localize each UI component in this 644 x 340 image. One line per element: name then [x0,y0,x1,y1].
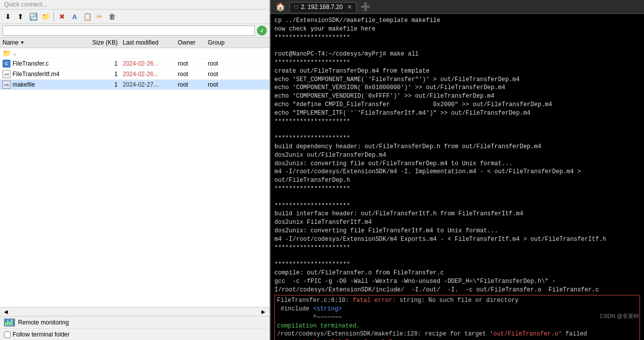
tab-close-button[interactable]: ✕ [347,4,352,11]
tab-icon: ⬡ [294,4,298,10]
path-ok-button[interactable]: ✓ [257,26,267,36]
error-text: FileTransfer.c:6:10: fatal error: string… [277,296,637,340]
follow-terminal-folder-option: Follow terminal folder [4,331,265,338]
terminal-text-output: cp ../ExtensionSDK//makefile_template ma… [274,17,640,294]
follow-terminal-folder-checkbox[interactable] [4,331,11,338]
follow-folder-bar: Follow terminal folder [0,328,269,340]
quick-connect-text: Quick connect... [4,1,47,8]
folder-icon: 📁 [3,49,11,57]
col-group-header[interactable]: Group [208,39,238,46]
file-name: mk makefile [3,81,83,89]
refresh-icon[interactable]: 🔃 [28,11,39,22]
scroll-right-arrow[interactable]: ▶ [260,309,267,314]
list-item[interactable]: C FileTransfer.c 1 2024-02-26... root ro… [0,59,269,69]
list-item[interactable]: m4 FileTransferItf.m4 1 2024-02-26... ro… [0,69,269,80]
graph-bar [11,319,13,325]
terminal-content[interactable]: cp ../ExtensionSDK//makefile_template ma… [270,14,644,340]
makefile-icon: mk [3,81,11,89]
list-item[interactable]: 📁 .. [0,48,269,59]
file-name: m4 FileTransferItf.m4 [3,70,83,78]
rename-icon[interactable]: A [69,11,80,22]
graph-bar [9,321,11,325]
horizontal-scrollbar[interactable]: ◀ ▶ [0,307,269,316]
toolbar: ⬇ ⬆ 🔃 📁 ✖ A 📋 ✏ 🗑 [0,10,269,24]
list-item[interactable]: mk makefile 1 2024-02-27... root root [0,80,269,90]
graph-bar [5,322,7,325]
address-bar: /root/codesys/myPrj/ ✓ [0,24,269,38]
error-output-box: FileTransfer.c:6:10: fatal error: string… [274,295,640,340]
delete2-icon[interactable]: 🗑 [107,11,118,22]
upload-icon[interactable]: ⬆ [15,11,26,22]
terminal-tabs: 🏠 ⬡ 2. 192.168.7.20 ✕ ➕ [270,0,644,14]
col-owner-header[interactable]: Owner [178,39,208,46]
file-name: C FileTransfer.c [3,60,83,68]
remote-monitoring-label: Remote monitoring [18,319,69,326]
copy-icon[interactable]: 📋 [82,11,93,22]
separator-1 [54,12,54,21]
bottom-bar: Remote monitoring [0,316,269,328]
download-icon[interactable]: ⬇ [3,11,14,22]
c-file-icon: C [3,60,11,68]
csdn-watermark: CSDN @非菜钟 [600,312,639,320]
monitor-graph-icon [4,318,15,326]
m4-file-icon: m4 [3,70,11,78]
terminal-panel: 🏠 ⬡ 2. 192.168.7.20 ✕ ➕ cp ../ExtensionS… [270,0,644,340]
remote-monitoring-button[interactable]: Remote monitoring [4,318,69,326]
scroll-left-arrow[interactable]: ◀ [3,309,10,314]
delete-icon[interactable]: ✖ [57,11,68,22]
path-input[interactable]: /root/codesys/myPrj/ [3,26,255,36]
col-name-header[interactable]: Name ▼ [3,39,83,46]
new-folder-icon[interactable]: 📁 [40,11,51,22]
file-name: 📁 .. [3,49,83,57]
home-tab-icon[interactable]: 🏠 [273,1,288,13]
graph-bar [7,320,9,325]
add-tab-button[interactable]: ➕ [358,1,373,13]
col-modified-header[interactable]: Last modified [123,39,178,46]
terminal-tab-active[interactable]: ⬡ 2. 192.168.7.20 ✕ [289,2,357,12]
edit-icon[interactable]: ✏ [94,11,105,22]
col-size-header[interactable]: Size (KB) [83,39,123,46]
sort-arrow: ▼ [20,40,25,45]
follow-terminal-folder-label: Follow terminal folder [13,331,70,338]
file-list: 📁 .. C FileTransfer.c 1 2024-02-26... ro… [0,48,269,307]
monitor-graph [5,319,13,326]
file-panel: Quick connect... ⬇ ⬆ 🔃 📁 ✖ A 📋 ✏ 🗑 /root… [0,0,270,340]
column-headers: Name ▼ Size (KB) Last modified Owner Gro… [0,38,269,48]
tab-label: 2. 192.168.7.20 [301,4,343,11]
quick-connect-bar: Quick connect... [0,0,269,10]
